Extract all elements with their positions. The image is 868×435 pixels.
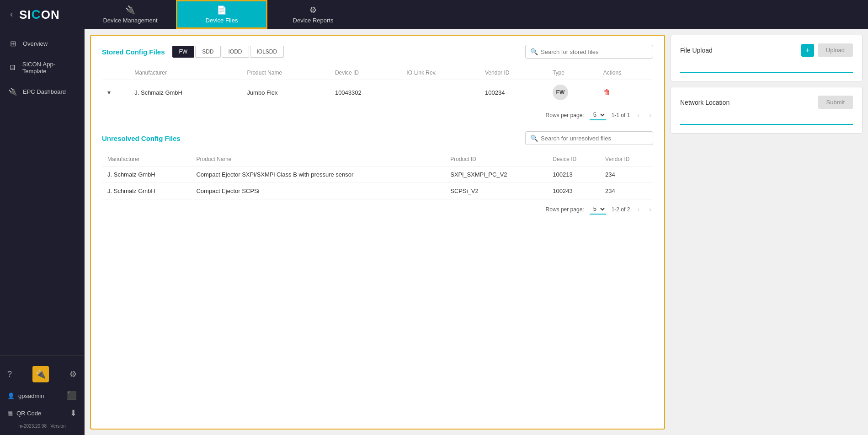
sidebar-label-overview: Overview bbox=[23, 40, 48, 47]
back-button[interactable]: ‹ bbox=[8, 8, 15, 21]
version-word: Version bbox=[50, 424, 65, 429]
upload-button[interactable]: Upload bbox=[818, 43, 853, 57]
qr-code-button[interactable]: ▦ QR Code bbox=[7, 410, 41, 417]
epc-dashboard-icon: 🔌 bbox=[8, 87, 17, 96]
submit-button[interactable]: Submit bbox=[818, 96, 853, 109]
tab-iodd[interactable]: IODD bbox=[222, 46, 249, 58]
col-type: Type bbox=[547, 66, 598, 80]
u-device-id-0: 100213 bbox=[547, 166, 600, 183]
device-id-cell: 10043302 bbox=[330, 80, 401, 105]
stored-rows-per-page-select[interactable]: 5 bbox=[590, 110, 606, 120]
ucol-vendor-id: Vendor ID bbox=[600, 152, 653, 166]
nav-label-device-reports: Device Reports bbox=[293, 17, 334, 24]
unresolved-search-icon: 🔍 bbox=[530, 134, 538, 142]
version-info: m-2023.20.98 Version bbox=[0, 422, 84, 430]
top-nav: ‹ SICON 🔌 Device Management 📄 Device Fil… bbox=[0, 0, 868, 29]
nav-device-reports[interactable]: ⚙ Device Reports bbox=[267, 0, 359, 29]
logo-area: ‹ SICON bbox=[0, 7, 85, 22]
stored-row-0: ▾ J. Schmalz GmbH Jumbo Flex 10043302 10… bbox=[102, 80, 653, 105]
top-nav-items: 🔌 Device Management 📄 Device Files ⚙ Dev… bbox=[85, 0, 868, 29]
expand-button[interactable]: ▾ bbox=[107, 89, 111, 96]
right-panel: File Upload + Upload Network Location Su… bbox=[671, 35, 863, 430]
product-name-cell: Jumbo Flex bbox=[241, 80, 330, 105]
io-link-rev-cell bbox=[401, 80, 479, 105]
device-management-icon: 🔌 bbox=[125, 5, 135, 15]
col-expand bbox=[102, 66, 129, 80]
delete-button[interactable]: 🗑 bbox=[603, 88, 611, 97]
ucol-manufacturer: Manufacturer bbox=[102, 152, 191, 166]
sicon-app-icon: 🖥 bbox=[8, 64, 17, 72]
manufacturer-cell: J. Schmalz GmbH bbox=[129, 80, 241, 105]
unresolved-page-info: 1-2 of 2 bbox=[612, 206, 630, 213]
logo-icon: C bbox=[32, 7, 41, 21]
sidebar-bottom: ? 🔌 ⚙ 👤 gpsadmin ⬛ ▦ QR Code ⬇ m-2023.20 bbox=[0, 355, 84, 435]
ucol-product-id: Product ID bbox=[445, 152, 547, 166]
stored-config-title: Stored Config Files bbox=[102, 48, 165, 56]
unresolved-next-button[interactable]: › bbox=[647, 204, 653, 215]
actions-cell: 🗑 bbox=[598, 80, 653, 105]
stored-prev-button[interactable]: ‹ bbox=[635, 110, 641, 120]
help-button[interactable]: ? bbox=[7, 370, 12, 379]
unresolved-search-input[interactable] bbox=[541, 135, 648, 142]
device-files-icon: 📄 bbox=[217, 5, 227, 15]
col-manufacturer: Manufacturer bbox=[129, 66, 241, 80]
network-location-input[interactable] bbox=[680, 113, 853, 125]
download-button[interactable]: ⬇ bbox=[70, 408, 77, 418]
username-text: gpsadmin bbox=[18, 392, 44, 399]
version-label: m-2023.20.98 bbox=[18, 424, 47, 429]
u-manufacturer-0: J. Schmalz GmbH bbox=[102, 166, 191, 183]
sidebar-item-overview[interactable]: ⊞ Overview bbox=[0, 33, 84, 54]
unresolved-rows-per-page-select[interactable]: 5 bbox=[590, 204, 606, 215]
settings-button[interactable]: ⚙ bbox=[69, 369, 77, 379]
u-rows-per-page-label: Rows per page: bbox=[546, 206, 584, 213]
nav-label-device-files: Device Files bbox=[206, 17, 238, 24]
sidebar-bottom-icons-row: ? 🔌 ⚙ bbox=[0, 361, 84, 387]
sidebar-item-epc-dashboard[interactable]: 🔌 EPC Dashboard bbox=[0, 81, 84, 102]
nav-device-files[interactable]: 📄 Device Files bbox=[176, 0, 267, 29]
file-upload-header-row: File Upload + Upload bbox=[680, 43, 853, 57]
stored-pagination: Rows per page: 5 1-1 of 1 ‹ › bbox=[102, 110, 653, 120]
stored-search-input[interactable] bbox=[541, 48, 648, 55]
device-reports-icon: ⚙ bbox=[309, 5, 317, 15]
sidebar-label-epc: EPC Dashboard bbox=[23, 88, 66, 95]
col-device-id: Device ID bbox=[330, 66, 401, 80]
stored-config-header: Stored Config Files FW SDD IODD IOLSDD 🔍 bbox=[102, 45, 653, 59]
unresolved-prev-button[interactable]: ‹ bbox=[635, 204, 641, 215]
unresolved-table-header-row: Manufacturer Product Name Product ID Dev… bbox=[102, 152, 653, 166]
tab-iolsdd[interactable]: IOLSDD bbox=[250, 46, 284, 58]
u-vendor-id-1: 234 bbox=[600, 183, 653, 199]
stored-table-header-row: Manufacturer Product Name Device ID IO-L… bbox=[102, 66, 653, 80]
tab-fw[interactable]: FW bbox=[172, 46, 195, 58]
add-file-button[interactable]: + bbox=[801, 44, 814, 57]
stored-search-icon: 🔍 bbox=[530, 48, 538, 55]
network-location-label: Network Location bbox=[680, 99, 730, 106]
sidebar-nav: ⊞ Overview 🖥 SICON.App-Template 🔌 EPC Da… bbox=[0, 29, 84, 355]
sidebar-item-sicon-app-template[interactable]: 🖥 SICON.App-Template bbox=[0, 54, 84, 81]
nav-device-management[interactable]: 🔌 Device Management bbox=[85, 0, 176, 29]
col-vendor-id: Vendor ID bbox=[479, 66, 547, 80]
nav-label-device-management: Device Management bbox=[103, 17, 157, 24]
file-upload-input[interactable] bbox=[680, 61, 853, 73]
tab-sdd[interactable]: SDD bbox=[195, 46, 220, 58]
stored-search-box: 🔍 bbox=[525, 45, 653, 59]
stored-next-button[interactable]: › bbox=[647, 110, 653, 120]
unresolved-row-1: J. Schmalz GmbH Compact Ejector SCPSi SC… bbox=[102, 183, 653, 199]
type-cell: FW bbox=[547, 80, 598, 105]
u-product-id-0: SXPi_SXMPi_PC_V2 bbox=[445, 166, 547, 183]
logout-button[interactable]: ⬛ bbox=[67, 391, 77, 401]
user-icon: 👤 bbox=[7, 392, 15, 399]
device-icon-button[interactable]: 🔌 bbox=[32, 366, 49, 382]
sidebar: ⊞ Overview 🖥 SICON.App-Template 🔌 EPC Da… bbox=[0, 29, 85, 435]
network-location-card: Network Location Submit bbox=[671, 87, 863, 134]
stored-config-table: Manufacturer Product Name Device ID IO-L… bbox=[102, 66, 653, 105]
sidebar-label-sicon-app: SICON.App-Template bbox=[22, 61, 76, 75]
stored-page-info: 1-1 of 1 bbox=[612, 112, 630, 118]
col-product-name: Product Name bbox=[241, 66, 330, 80]
stored-config-tabs: FW SDD IODD IOLSDD bbox=[172, 46, 284, 58]
unresolved-config-header: Unresolved Config Files 🔍 bbox=[102, 131, 653, 145]
u-product-name-0: Compact Ejector SXPi/SXMPi Class B with … bbox=[191, 166, 445, 183]
expand-cell: ▾ bbox=[102, 80, 129, 105]
main-content: Stored Config Files FW SDD IODD IOLSDD 🔍 bbox=[85, 29, 868, 435]
qr-label: QR Code bbox=[16, 410, 41, 417]
rows-per-page-label: Rows per page: bbox=[546, 112, 584, 118]
